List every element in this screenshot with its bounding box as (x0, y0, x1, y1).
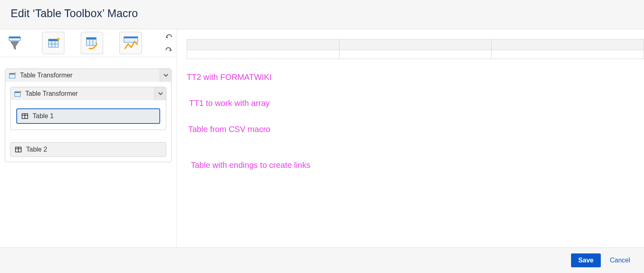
preview-table-wrap (187, 39, 644, 59)
undo-icon (165, 34, 172, 40)
preview-table (187, 39, 644, 59)
annotation-list: TT2 with FORMATWIKI TT1 to work with arr… (187, 72, 644, 170)
tree-item-label: Table 1 (33, 112, 54, 120)
table-transformer-icon (45, 35, 62, 51)
annotation-text: TT2 with FORMATWIKI (187, 72, 644, 82)
table-transformer-icon (9, 71, 17, 79)
tree-dropdown-button[interactable] (154, 87, 166, 100)
cancel-button[interactable]: Cancel (607, 256, 633, 264)
tree-node-inner-transformer: Table Transformer (10, 87, 166, 130)
save-button[interactable]: Save (571, 253, 601, 267)
chart-icon (122, 35, 139, 51)
svg-rect-10 (86, 37, 96, 40)
table-filter-button[interactable] (3, 32, 26, 54)
chevron-down-icon (163, 74, 168, 77)
svg-rect-14 (124, 37, 138, 38)
table-filter-icon (7, 35, 23, 51)
tree-header-outer-transformer[interactable]: Table Transformer (5, 69, 171, 82)
macro-tree: Table Transformer (0, 57, 176, 171)
pivot-table-button[interactable] (81, 32, 103, 54)
dialog-header: Edit ‘Table Toolbox’ Macro (0, 0, 644, 29)
undo-button[interactable] (164, 33, 173, 41)
tree-header-inner-transformer[interactable]: Table Transformer (11, 87, 166, 100)
table-icon (15, 146, 22, 153)
redo-icon (165, 47, 172, 53)
preview-panel: TT2 with FORMATWIKI TT1 to work with arr… (177, 29, 644, 247)
annotation-text: TT1 to work with array (189, 98, 644, 108)
table-transformer-icon (14, 90, 22, 98)
dialog-footer: Save Cancel (0, 247, 644, 273)
redo-button[interactable] (164, 46, 173, 54)
macro-toolbar (0, 29, 176, 57)
chevron-down-icon (158, 92, 163, 95)
tree-label: Table Transformer (25, 90, 78, 97)
tree-node-outer-transformer: Table Transformer (5, 68, 172, 162)
tree-item-table-2[interactable]: Table 2 (10, 142, 166, 157)
pivot-table-icon (84, 35, 100, 51)
tree-body-inner: Table 1 (11, 100, 166, 130)
table-icon (21, 112, 29, 120)
table-transformer-button[interactable] (42, 32, 64, 54)
chart-button[interactable] (119, 32, 142, 54)
main-area: Table Transformer (0, 29, 644, 247)
sidebar: Table Transformer (0, 29, 177, 247)
svg-rect-1 (9, 37, 20, 38)
tree-item-label: Table 2 (26, 146, 47, 153)
tree-body-outer: Table Transformer (5, 82, 171, 162)
tree-item-table-1[interactable]: Table 1 (16, 108, 160, 124)
tree-label: Table Transformer (20, 72, 73, 79)
annotation-text: Table from CSV macro (188, 124, 644, 134)
undo-redo-group (164, 32, 173, 54)
annotation-text: Table with endings to create links (191, 160, 644, 170)
dialog-title: Edit ‘Table Toolbox’ Macro (11, 7, 633, 20)
tree-dropdown-button[interactable] (160, 69, 171, 82)
